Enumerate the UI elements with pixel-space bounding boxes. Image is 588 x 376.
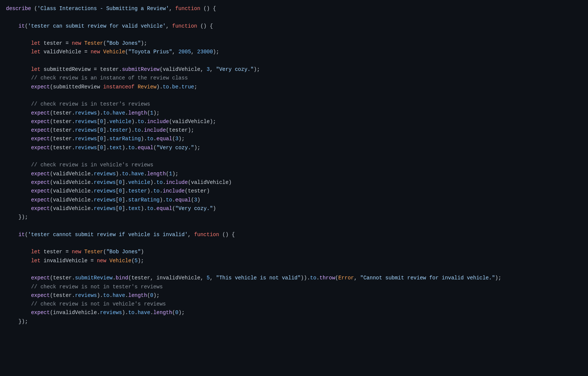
code-token: ); — [178, 310, 185, 316]
code-token: new — [72, 40, 81, 46]
code-line: expect(tester.reviews).to.have.length(0)… — [6, 292, 160, 298]
code-token: ( — [125, 49, 128, 55]
code-token: ]. — [103, 119, 110, 125]
code-token: ( — [50, 110, 53, 116]
code-token: expect — [31, 119, 50, 125]
code-token: "Bob Jones" — [106, 40, 141, 46]
code-line: let validVehicle = new Vehicle("Toyota P… — [6, 49, 219, 55]
code-token: let — [31, 258, 40, 264]
code-token: to — [135, 127, 141, 133]
code-token — [6, 301, 31, 307]
code-token: ). — [141, 136, 147, 142]
code-line: expect(validVehicle.reviews[0].text).to.… — [6, 206, 216, 212]
code-line: let invalidVehicle = new Vehicle(5); — [6, 258, 144, 264]
code-token — [6, 66, 31, 72]
code-token: ( — [50, 145, 53, 151]
code-token: () { — [219, 232, 235, 238]
code-token: "Cannot submit review for invalid vehicl… — [360, 275, 495, 281]
code-token: . — [72, 110, 75, 116]
code-line: }); — [6, 319, 28, 325]
code-token: Vehicle — [103, 49, 125, 55]
code-editor-view: describe ('Class Interactions - Submitti… — [0, 0, 588, 365]
code-token: ( — [50, 206, 53, 212]
code-token: reviews — [75, 127, 97, 133]
code-line: expect(validVehicle.reviews).to.have.len… — [6, 171, 178, 177]
code-token: tester — [131, 275, 150, 281]
code-token: expect — [31, 84, 50, 90]
code-token: ). — [147, 188, 153, 194]
code-token — [40, 66, 43, 72]
code-token: ); — [138, 258, 144, 264]
code-token: ) — [141, 249, 144, 255]
code-token — [6, 136, 31, 142]
code-token: ). — [150, 179, 157, 185]
code-token: length — [128, 292, 147, 298]
code-token: to — [147, 136, 153, 142]
code-token: ); — [210, 119, 216, 125]
code-token: include — [147, 119, 169, 125]
code-token — [6, 275, 31, 281]
code-token: , — [172, 49, 178, 55]
code-token: ]. — [103, 136, 110, 142]
code-token — [6, 292, 31, 298]
code-token: ( — [188, 179, 191, 185]
code-token: to — [310, 275, 316, 281]
code-token: submittedReview — [44, 66, 91, 72]
code-token: ); — [213, 49, 219, 55]
code-token: // check review is in tester's reviews — [31, 101, 150, 107]
code-token: 5 — [135, 258, 138, 264]
code-token: // check review is not in tester's revie… — [31, 284, 163, 290]
code-token: . — [172, 197, 175, 203]
code-token: instanceof — [103, 84, 134, 90]
code-token: tester — [53, 275, 72, 281]
code-token: invalidVehicle — [53, 310, 97, 316]
code-token: ( — [166, 127, 169, 133]
code-token: "This vehicle is not valid" — [216, 275, 301, 281]
code-token — [6, 127, 31, 133]
code-token: ( — [172, 136, 175, 142]
code-token: to — [128, 145, 135, 151]
code-token: 0 — [119, 206, 122, 212]
code-token: 'Class Interactions - Submitting a Revie… — [37, 6, 169, 12]
code-token: to — [163, 84, 169, 90]
code-token: tester — [53, 119, 72, 125]
code-token — [6, 284, 31, 290]
code-token: to — [128, 310, 135, 316]
code-token: equal — [156, 136, 172, 142]
code-line: expect(tester.submitReview.bind(tester, … — [6, 275, 501, 281]
code-token: . — [178, 84, 181, 90]
code-token: 0 — [150, 292, 153, 298]
code-token: ( — [335, 275, 338, 281]
code-token — [6, 179, 31, 185]
code-token: 0 — [119, 188, 122, 194]
code-token: include — [163, 188, 185, 194]
code-token: validVehicle — [163, 66, 200, 72]
code-token: length — [128, 110, 147, 116]
code-token — [6, 23, 19, 29]
code-token: ( — [31, 6, 37, 12]
code-token: ]. — [103, 145, 110, 151]
code-token: tester — [100, 66, 119, 72]
code-token: . — [125, 110, 128, 116]
code-token: ); — [178, 136, 185, 142]
code-token: . — [113, 275, 116, 281]
code-token: ). — [97, 292, 103, 298]
code-token: validVehicle — [44, 49, 81, 55]
code-token — [6, 249, 31, 255]
code-token: ( — [128, 275, 131, 281]
code-token: reviews — [75, 145, 97, 151]
code-token: ); — [141, 40, 147, 46]
code-token: expect — [31, 292, 50, 298]
code-line: let tester = new Tester("Bob Jones"); — [6, 40, 147, 46]
code-token: Vehicle — [109, 258, 131, 264]
code-token: validVehicle — [53, 179, 91, 185]
code-token: 0 — [100, 127, 103, 133]
code-token: , — [166, 23, 172, 29]
code-token: validVehicle — [53, 206, 91, 212]
code-token: length — [153, 310, 172, 316]
code-token: }); — [6, 214, 28, 220]
code-token: expect — [31, 188, 50, 194]
code-token: tester — [53, 145, 72, 151]
code-token: [ — [116, 188, 119, 194]
code-token: validVehicle — [53, 197, 91, 203]
